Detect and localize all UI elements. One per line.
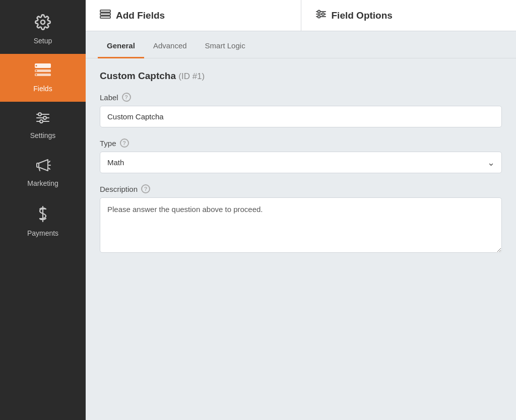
type-select-wrapper: Math Question and Answer ⌄ <box>100 152 502 173</box>
sidebar-item-fields[interactable]: Fields <box>0 54 86 102</box>
svg-point-24 <box>317 11 320 13</box>
form-area: Custom Captcha (ID #1) Label ? Type ? <box>86 58 516 278</box>
content-area: General Advanced Smart Logic Custom Capt… <box>86 31 516 420</box>
sidebar-item-setup-label: Setup <box>34 37 52 45</box>
field-title: Custom Captcha (ID #1) <box>100 71 502 82</box>
sidebar: Setup Fields Settings <box>0 0 86 420</box>
field-title-name: Custom Captcha <box>100 71 176 81</box>
type-select[interactable]: Math Question and Answer <box>100 152 502 173</box>
field-options-label: Field Options <box>332 10 393 21</box>
svg-rect-18 <box>100 10 110 12</box>
svg-rect-13 <box>37 163 39 167</box>
label-label: Label ? <box>100 93 502 102</box>
sidebar-item-marketing[interactable]: Marketing <box>0 149 86 196</box>
tab-general[interactable]: General <box>98 33 144 58</box>
main-content: Add Fields Field Options General <box>86 0 516 420</box>
add-fields-label: Add Fields <box>116 10 165 21</box>
tab-advanced[interactable]: Advanced <box>144 33 196 58</box>
svg-rect-3 <box>35 74 51 76</box>
tab-smart-logic[interactable]: Smart Logic <box>196 33 254 58</box>
tabs-bar: General Advanced Smart Logic <box>86 33 516 58</box>
label-group: Label ? <box>100 93 502 127</box>
description-textarea[interactable]: Please answer the question above to proc… <box>100 197 502 253</box>
dollar-icon <box>36 205 50 226</box>
field-options-icon <box>315 10 327 21</box>
fields-icon <box>34 63 51 82</box>
svg-line-14 <box>49 161 50 162</box>
svg-rect-19 <box>100 13 110 15</box>
topbar: Add Fields Field Options <box>86 0 516 31</box>
type-help-icon[interactable]: ? <box>120 138 129 148</box>
type-group: Type ? Math Question and Answer ⌄ <box>100 138 502 173</box>
svg-rect-20 <box>100 16 110 18</box>
add-fields-icon <box>100 10 111 21</box>
description-group: Description ? Please answer the question… <box>100 184 502 255</box>
svg-point-12 <box>40 120 43 123</box>
sidebar-item-marketing-label: Marketing <box>27 179 58 187</box>
svg-rect-2 <box>35 69 51 72</box>
field-options-section[interactable]: Field Options <box>301 0 517 31</box>
svg-point-4 <box>36 65 37 66</box>
svg-rect-1 <box>35 63 51 68</box>
field-title-id: (ID #1) <box>178 72 205 81</box>
svg-point-0 <box>41 20 45 24</box>
svg-point-10 <box>38 113 41 116</box>
sidebar-item-payments-label: Payments <box>27 229 58 237</box>
megaphone-icon <box>35 158 51 176</box>
settings-sliders-icon <box>35 111 51 128</box>
svg-point-5 <box>36 70 37 72</box>
sidebar-item-setup[interactable]: Setup <box>0 5 86 54</box>
type-label: Type ? <box>100 138 502 148</box>
label-input[interactable] <box>100 106 502 127</box>
sidebar-item-payments[interactable]: Payments <box>0 196 86 246</box>
description-help-icon[interactable]: ? <box>141 184 150 193</box>
sidebar-item-settings[interactable]: Settings <box>0 102 86 149</box>
add-fields-section[interactable]: Add Fields <box>86 0 301 31</box>
svg-point-26 <box>317 16 320 18</box>
sidebar-item-settings-label: Settings <box>30 131 56 139</box>
sidebar-item-fields-label: Fields <box>33 85 52 93</box>
svg-point-11 <box>43 116 46 119</box>
svg-line-16 <box>49 168 50 169</box>
svg-point-25 <box>321 13 324 16</box>
gear-icon <box>35 14 51 34</box>
label-help-icon[interactable]: ? <box>122 93 131 102</box>
description-label: Description ? <box>100 184 502 193</box>
svg-point-6 <box>36 74 37 76</box>
